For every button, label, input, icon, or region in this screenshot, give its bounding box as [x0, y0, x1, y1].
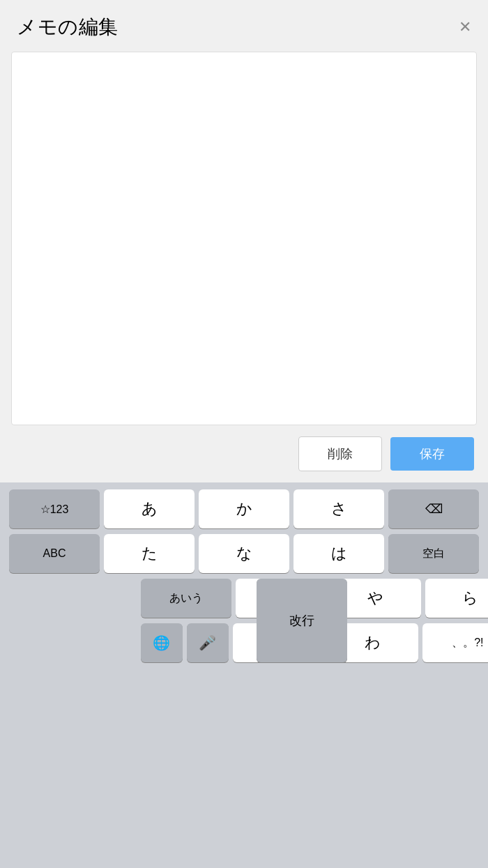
- keyboard-area: ☆123 あ か さ ⌫ ABC た な: [0, 482, 488, 868]
- page-title: メモの編集: [17, 14, 119, 40]
- keyboard-row-1: ☆123 あ か さ ⌫: [3, 489, 485, 528]
- key-backspace[interactable]: ⌫: [388, 489, 479, 528]
- key-globe[interactable]: 🌐: [141, 623, 183, 662]
- app-container: メモの編集 ✕ 削除 保存 ☆123 あ か さ ⌫: [0, 0, 488, 868]
- keyboard-row-4: 🌐 🎤 ﾞﾟ わ 、。?!: [141, 623, 252, 662]
- keyboard-row-3: あいう ま や ら: [141, 579, 252, 618]
- keyboard-row-2: ABC た な は 空白: [3, 534, 485, 573]
- key-ka[interactable]: か: [199, 489, 289, 528]
- key-sa[interactable]: さ: [293, 489, 384, 528]
- key-aiueo[interactable]: あいう: [141, 579, 231, 618]
- key-symbols[interactable]: ☆123: [9, 489, 100, 528]
- key-ra[interactable]: ら: [425, 579, 488, 618]
- key-return[interactable]: 改行: [257, 579, 347, 662]
- key-space[interactable]: 空白: [388, 534, 479, 573]
- key-a[interactable]: あ: [104, 489, 195, 528]
- key-abc[interactable]: ABC: [9, 534, 100, 573]
- save-button[interactable]: 保存: [390, 437, 474, 471]
- key-ta[interactable]: た: [104, 534, 195, 573]
- memo-textarea[interactable]: [12, 52, 476, 422]
- key-ha[interactable]: は: [293, 534, 384, 573]
- keyboard-row-3-left: あいう ま や ら 🌐: [141, 579, 252, 662]
- close-button[interactable]: ✕: [459, 20, 471, 35]
- header: メモの編集 ✕: [0, 0, 488, 52]
- key-punctuation[interactable]: 、。?!: [422, 623, 488, 662]
- editor-section: [11, 52, 477, 425]
- action-buttons: 削除 保存: [0, 425, 488, 482]
- delete-button[interactable]: 削除: [298, 436, 382, 471]
- key-na[interactable]: な: [199, 534, 289, 573]
- key-mic[interactable]: 🎤: [187, 623, 229, 662]
- keyboard-row-3-container: あいう ま や ら 🌐: [3, 579, 485, 662]
